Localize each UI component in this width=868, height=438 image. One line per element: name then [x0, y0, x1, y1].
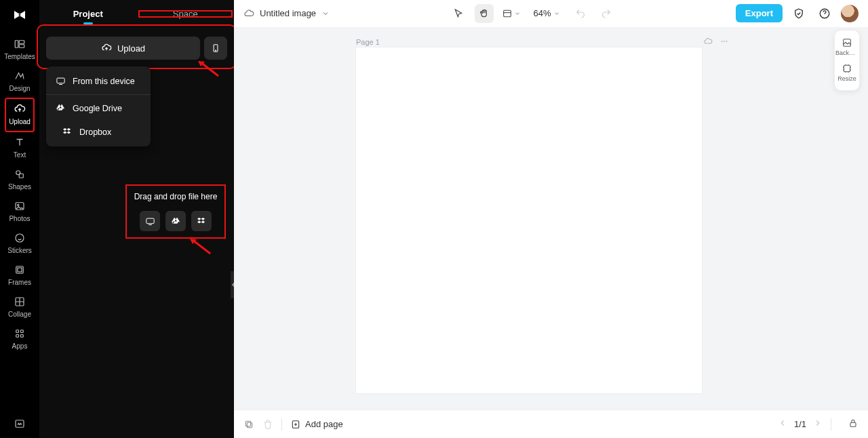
svg-rect-1	[19, 41, 24, 44]
more-icon	[719, 37, 729, 46]
menu-google-drive[interactable]: Google Drive	[46, 96, 151, 120]
svg-point-17	[215, 50, 216, 51]
canvas-page[interactable]	[356, 47, 702, 393]
rail-stickers[interactable]: Stickers	[5, 228, 35, 260]
upload-icon	[14, 103, 26, 115]
shield-button[interactable]	[789, 4, 808, 23]
upload-from-mobile-button[interactable]	[204, 37, 227, 60]
rail-label: Collage	[8, 311, 31, 318]
undo-icon	[575, 8, 586, 19]
page-more-button[interactable]	[719, 37, 729, 49]
menu-item-label: Dropbox	[79, 127, 111, 137]
delete-page-button[interactable]	[262, 419, 273, 430]
svg-rect-15	[16, 420, 24, 428]
layout-view-button[interactable]	[500, 8, 522, 19]
svg-point-7	[16, 234, 24, 242]
rail-label: Design	[9, 85, 30, 92]
cursor-icon	[453, 8, 464, 19]
svg-rect-2	[19, 45, 24, 48]
svg-rect-12	[21, 330, 24, 333]
lock-icon	[848, 418, 859, 429]
menu-item-label: From this device	[73, 77, 135, 86]
upload-button[interactable]: Upload	[46, 37, 200, 60]
redo-button[interactable]	[597, 4, 616, 23]
rail-photos[interactable]: Photos	[5, 196, 35, 228]
svg-point-22	[722, 41, 723, 42]
tab-space[interactable]: Space	[137, 9, 235, 19]
rail-shapes[interactable]: Shapes	[5, 164, 35, 196]
app-logo[interactable]	[10, 5, 29, 24]
svg-rect-25	[844, 39, 851, 47]
bottom-bar: Add page 1/1	[234, 410, 868, 438]
redo-icon	[601, 8, 612, 19]
rail-templates[interactable]: Templates	[5, 34, 35, 66]
rail-text[interactable]: Text	[5, 132, 35, 164]
google-drive-icon	[171, 216, 181, 226]
rail-upload[interactable]: Upload	[5, 98, 35, 132]
prev-page-button[interactable]	[778, 418, 787, 430]
hand-tool-button[interactable]	[475, 4, 494, 23]
side-panel-tabs: Project Space	[39, 0, 234, 27]
left-icon-rail: Templates Design Upload Text Shapes Phot…	[0, 0, 39, 438]
page-indicator: 1/1	[794, 419, 806, 429]
add-page-button[interactable]: Add page	[290, 419, 343, 430]
shield-check-icon	[793, 7, 805, 20]
divider	[831, 418, 831, 431]
rail-design[interactable]: Design	[5, 66, 35, 98]
rail-collage[interactable]: Collage	[5, 292, 35, 323]
rail-apps[interactable]: Apps	[5, 323, 35, 355]
help-button[interactable]	[815, 4, 834, 23]
next-page-button[interactable]	[813, 418, 823, 430]
user-avatar[interactable]	[841, 5, 859, 22]
design-icon	[14, 70, 26, 82]
svg-rect-9	[18, 268, 22, 272]
page-cloud-button[interactable]	[703, 37, 713, 49]
rail-label: Apps	[12, 342, 28, 350]
rail-label: Photos	[9, 215, 30, 222]
top-bar: Untitled image 64%	[234, 0, 868, 27]
dropzone-device-button[interactable]	[140, 211, 160, 231]
svg-rect-28	[245, 421, 250, 426]
dropzone-gdrive-button[interactable]	[165, 211, 186, 231]
document-title[interactable]: Untitled image	[243, 8, 330, 19]
background-tool[interactable]: Backgr…	[835, 35, 859, 60]
drop-zone[interactable]: Drag and drop file here	[125, 184, 226, 239]
menu-from-device[interactable]: From this device	[46, 69, 151, 93]
resize-tool[interactable]: Resize	[835, 60, 859, 86]
chevron-down-icon	[321, 9, 330, 18]
shapes-icon	[14, 168, 26, 180]
dropbox-icon	[62, 127, 73, 137]
menu-item-label: Google Drive	[73, 104, 122, 113]
upload-source-menu: From this device Google Drive Dropbox	[46, 66, 151, 146]
rail-label: Templates	[4, 53, 35, 60]
export-button[interactable]: Export	[736, 4, 783, 22]
svg-rect-11	[16, 330, 19, 333]
tab-project[interactable]: Project	[39, 9, 137, 19]
layout-icon	[502, 8, 513, 19]
document-title-label: Untitled image	[260, 8, 316, 18]
device-icon	[56, 76, 66, 86]
canvas-area[interactable]: Page 1 Backgr… Resize	[234, 27, 868, 410]
menu-dropbox[interactable]: Dropbox	[46, 120, 151, 144]
photos-icon	[14, 200, 26, 212]
hand-icon	[479, 8, 490, 19]
svg-rect-8	[16, 266, 24, 274]
svg-point-23	[724, 41, 725, 42]
rail-smart-tools[interactable]	[5, 418, 35, 438]
page-navigator: 1/1	[778, 418, 823, 430]
select-tool-button[interactable]	[449, 4, 468, 23]
rail-label: Shapes	[8, 183, 31, 191]
cloud-upload-icon	[101, 43, 112, 54]
dropzone-dropbox-button[interactable]	[191, 211, 212, 231]
zoom-control[interactable]: 64%	[529, 8, 564, 18]
templates-icon	[14, 38, 26, 50]
undo-button[interactable]	[571, 4, 590, 23]
rail-label: Text	[14, 151, 26, 159]
svg-rect-14	[21, 335, 24, 338]
cloud-small-icon	[703, 37, 713, 46]
duplicate-page-button[interactable]	[243, 419, 254, 430]
rail-frames[interactable]: Frames	[5, 260, 35, 292]
lock-button[interactable]	[848, 418, 859, 431]
google-drive-icon	[56, 103, 66, 113]
svg-point-24	[726, 41, 728, 42]
